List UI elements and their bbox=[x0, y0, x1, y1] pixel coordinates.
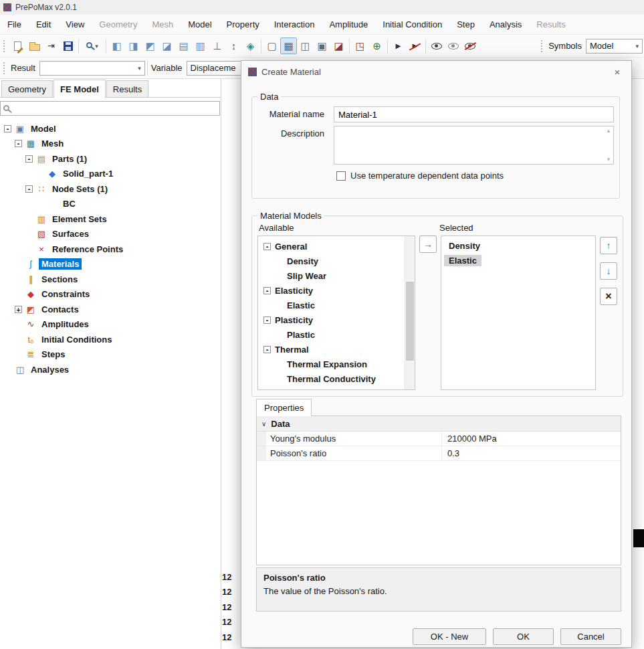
sidebar-tab[interactable]: Geometry bbox=[1, 80, 53, 97]
tree-expander[interactable]: - bbox=[263, 346, 271, 353]
available-model-item[interactable]: Density bbox=[259, 254, 413, 268]
tree-expander[interactable]: - bbox=[263, 287, 271, 294]
selected-model-item[interactable]: Density bbox=[441, 238, 595, 253]
sidebar-tab[interactable]: Results bbox=[106, 80, 148, 97]
property-value[interactable]: 0.3 bbox=[442, 446, 621, 460]
cancel-button[interactable]: Cancel bbox=[560, 628, 621, 645]
back-view-button[interactable]: ◨ bbox=[125, 37, 142, 54]
scroll-up-icon[interactable]: ▲ bbox=[606, 128, 611, 134]
tree-item[interactable]: ∥ Sections bbox=[0, 272, 221, 287]
menu-item[interactable]: Geometry bbox=[92, 15, 144, 35]
tree-item[interactable]: BC bbox=[0, 197, 221, 212]
hide-button[interactable] bbox=[461, 37, 478, 54]
fit-view-button[interactable]: ↕ bbox=[225, 37, 242, 54]
tree-item[interactable]: - ▣ Model bbox=[0, 121, 221, 136]
tree-expander[interactable]: + bbox=[15, 306, 22, 313]
selected-model-item[interactable]: Elastic bbox=[441, 253, 595, 268]
save-button[interactable] bbox=[60, 37, 76, 54]
wireframe-edges-button[interactable]: ▢ bbox=[263, 37, 280, 54]
property-row[interactable]: Young's modulus 210000 MPa bbox=[257, 432, 621, 446]
available-model-item[interactable]: Elastic bbox=[259, 298, 413, 312]
model-edges-button[interactable]: ◫ bbox=[297, 37, 314, 54]
tree-expander[interactable] bbox=[36, 200, 43, 207]
tree-item[interactable]: t₀ Initial Conditions bbox=[0, 332, 221, 347]
show-all-button[interactable] bbox=[428, 37, 445, 54]
available-scrollbar[interactable] bbox=[405, 236, 415, 389]
tree-expander[interactable] bbox=[25, 246, 33, 253]
section-view-button[interactable]: ◪ bbox=[330, 37, 347, 54]
chevron-down-icon[interactable]: ▾ bbox=[138, 65, 141, 72]
ok-button[interactable]: OK bbox=[493, 628, 554, 645]
tree-expander[interactable] bbox=[276, 375, 283, 383]
tree-expander[interactable]: - bbox=[4, 125, 11, 132]
tree-expander[interactable]: - bbox=[263, 316, 271, 324]
available-model-item[interactable]: Plastic bbox=[259, 327, 413, 342]
tree-expander[interactable] bbox=[15, 336, 22, 343]
tree-expander[interactable]: - bbox=[263, 243, 271, 250]
tree-item[interactable]: ◆ Constraints bbox=[0, 287, 221, 302]
tree-item[interactable]: ∫ Materials bbox=[0, 257, 221, 272]
tree-expander[interactable]: - bbox=[25, 185, 33, 193]
property-value[interactable]: 210000 MPa bbox=[442, 432, 621, 446]
tree-expander[interactable] bbox=[25, 215, 33, 223]
tree-expander[interactable] bbox=[15, 260, 22, 268]
search-input[interactable] bbox=[12, 102, 219, 114]
chevron-down-icon[interactable]: ▾ bbox=[635, 43, 639, 50]
element-edges-button[interactable]: ▦ bbox=[280, 37, 297, 54]
tree-expander[interactable] bbox=[276, 302, 283, 309]
ok-new-button[interactable]: OK - New bbox=[413, 628, 486, 645]
tree-item[interactable]: × Reference Points bbox=[0, 242, 221, 257]
menu-item[interactable]: Amplitude bbox=[322, 15, 375, 35]
annotate-button[interactable]: ► bbox=[390, 37, 407, 54]
dialog-close-button[interactable]: × bbox=[606, 62, 629, 82]
remove-annotations-button[interactable]: ► bbox=[407, 37, 423, 54]
dialog-titlebar[interactable]: Create Material × bbox=[241, 61, 631, 83]
delete-model-button[interactable]: × bbox=[600, 288, 617, 305]
available-model-item[interactable]: Thermal Expansion bbox=[259, 357, 413, 371]
zoom-button[interactable]: ▾ bbox=[81, 37, 104, 54]
top-view-button[interactable]: ▤ bbox=[175, 37, 192, 54]
tree-expander[interactable] bbox=[276, 272, 283, 280]
tree-expander[interactable] bbox=[276, 361, 283, 368]
available-model-item[interactable]: Thermal Conductivity bbox=[259, 371, 413, 386]
tree-item[interactable]: ≣ Steps bbox=[0, 347, 221, 363]
tree-expander[interactable]: - bbox=[25, 155, 33, 163]
tree-expander[interactable] bbox=[15, 320, 22, 328]
properties-tab[interactable]: Properties bbox=[256, 399, 312, 416]
right-view-button[interactable]: ◪ bbox=[158, 37, 175, 54]
available-model-item[interactable]: - Plasticity bbox=[259, 312, 413, 327]
bottom-view-button[interactable]: ▥ bbox=[192, 37, 209, 54]
toolbar-grip[interactable] bbox=[3, 40, 6, 52]
tree-expander[interactable] bbox=[25, 230, 33, 238]
result-combo[interactable]: ▾ bbox=[39, 61, 145, 76]
available-model-item[interactable]: - Elasticity bbox=[259, 283, 413, 298]
sidebar-tab[interactable]: FE Model bbox=[53, 80, 106, 98]
tree-expander[interactable] bbox=[276, 258, 283, 265]
temperature-dependent-checkbox[interactable] bbox=[336, 171, 346, 181]
tree-item[interactable]: - ▤ Parts (1) bbox=[0, 151, 221, 167]
menu-item[interactable]: View bbox=[58, 15, 92, 35]
menu-item[interactable]: Edit bbox=[29, 15, 58, 35]
isometric-view-button[interactable]: ◈ bbox=[242, 37, 259, 54]
tree-item[interactable]: - ∷ Node Sets (1) bbox=[0, 181, 221, 197]
menu-item[interactable]: Step bbox=[449, 15, 482, 35]
tree-expander[interactable] bbox=[15, 351, 22, 358]
explode-parts-button[interactable]: ◳ bbox=[352, 37, 368, 54]
tree-expander[interactable] bbox=[4, 366, 11, 373]
query-button[interactable]: ⊕ bbox=[368, 37, 385, 54]
tree-item[interactable]: + ◩ Contacts bbox=[0, 302, 221, 317]
normal-to-surface-view-button[interactable]: ⊥ bbox=[209, 37, 225, 54]
menu-item[interactable]: Analysis bbox=[482, 15, 529, 35]
tree-item[interactable]: ▥ Element Sets bbox=[0, 211, 221, 227]
property-row[interactable]: Poisson's ratio 0.3 bbox=[257, 446, 621, 461]
menu-item[interactable]: Model bbox=[181, 15, 219, 35]
move-down-button[interactable]: ↓ bbox=[600, 262, 617, 280]
tree-item[interactable]: ▧ Surfaces bbox=[0, 227, 221, 242]
available-model-item[interactable]: Slip Wear bbox=[259, 268, 413, 283]
tree-item[interactable]: ◆ Solid_part-1 bbox=[0, 167, 221, 182]
feature-edges-button[interactable]: ▣ bbox=[314, 37, 330, 54]
toolbar-grip[interactable] bbox=[541, 40, 544, 52]
material-name-input[interactable] bbox=[334, 106, 614, 122]
transparency-button[interactable] bbox=[445, 37, 461, 54]
category-collapse-icon[interactable]: ∨ bbox=[261, 420, 266, 428]
